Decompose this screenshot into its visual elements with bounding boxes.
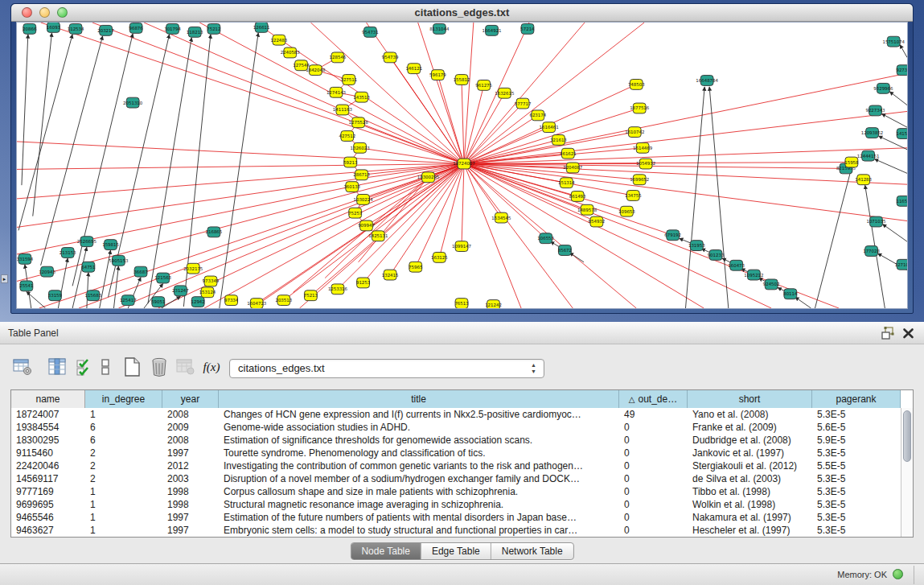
graph-edge[interactable] xyxy=(685,87,704,308)
graph-node[interactable]: 177028 xyxy=(863,246,880,257)
graph-node[interactable]: 36687 xyxy=(133,266,147,277)
graph-node[interactable]: 121563 xyxy=(154,273,171,283)
graph-node[interactable]: 155812 xyxy=(454,75,470,85)
graph-node[interactable]: 954731 xyxy=(362,27,379,37)
graph-node[interactable]: 1877516 xyxy=(630,103,650,113)
splitter-collapse-arrow[interactable]: ▸ xyxy=(1,274,8,283)
function-builder-button[interactable]: f(x) xyxy=(199,354,224,380)
column-header-in_degree[interactable]: in_degree xyxy=(85,390,162,408)
table-row[interactable]: 946362711997Embryonic stem cells: a mode… xyxy=(11,524,901,537)
graph-node[interactable]: 128546 xyxy=(330,52,347,63)
graph-edge[interactable] xyxy=(72,34,133,286)
window-titlebar[interactable]: citations_edges.txt xyxy=(11,4,913,22)
table-vertical-scrollbar[interactable] xyxy=(901,408,913,537)
graph-node[interactable]: 679192 xyxy=(664,230,681,241)
graph-node[interactable]: 120943 xyxy=(39,266,55,277)
graph-node[interactable]: 2032175 xyxy=(183,263,203,274)
graph-node[interactable]: 861493 xyxy=(569,192,586,202)
network-view-window[interactable]: citations_edges.txt 20866160931125342032… xyxy=(10,3,914,314)
graph-node[interactable]: 20866 xyxy=(23,23,37,34)
tab-node-table[interactable]: Node Table xyxy=(351,543,421,559)
graph-edge[interactable] xyxy=(39,164,464,308)
table-row[interactable]: 1830029562008Estimation of significance … xyxy=(11,434,901,447)
graph-node[interactable]: 115683 xyxy=(84,290,101,301)
graph-node[interactable]: 286713 xyxy=(353,170,370,180)
column-header-year[interactable]: year xyxy=(162,390,219,408)
graph-node[interactable]: 1099147 xyxy=(452,241,471,252)
graph-node[interactable]: 973349 xyxy=(203,276,220,286)
graph-node[interactable]: 2051310 xyxy=(123,97,143,108)
minimize-window-button[interactable] xyxy=(39,7,50,18)
graph-node[interactable]: 909947 xyxy=(358,220,375,231)
graph-node[interactable]: 596179 xyxy=(429,70,446,80)
graph-node[interactable]: 15958 xyxy=(844,157,859,167)
graph-edge[interactable] xyxy=(118,164,464,308)
graph-node[interactable]: 76513 xyxy=(454,299,468,308)
table-row[interactable]: 911546021997Tourette syndrome. Phenomeno… xyxy=(11,447,901,459)
graph-edge[interactable] xyxy=(882,224,907,241)
unselect-all-columns-button[interactable] xyxy=(93,354,117,380)
graph-edge[interactable] xyxy=(437,75,464,163)
graph-node[interactable]: 33159 xyxy=(48,290,63,301)
graph-node[interactable]: 203513 xyxy=(275,295,292,306)
graph-node[interactable]: 163125 xyxy=(431,252,448,262)
graph-node[interactable]: 1514469 xyxy=(633,142,653,153)
graph-edge[interactable] xyxy=(27,291,46,308)
graph-node[interactable]: 131953 xyxy=(688,241,705,251)
graph-node[interactable]: 1616461 xyxy=(540,122,559,133)
network-graph[interactable]: 2086616093112534203217968763017941182137… xyxy=(17,23,907,308)
table-selector-dropdown[interactable]: citations_edges.txt ▲▼ xyxy=(229,359,544,378)
graph-edge[interactable] xyxy=(390,57,464,163)
graph-node[interactable]: 125417 xyxy=(120,295,137,306)
graph-node[interactable]: 118213 xyxy=(187,27,203,37)
graph-node[interactable]: 75212 xyxy=(207,23,220,34)
graph-node[interactable]: 1534545 xyxy=(491,212,511,223)
graph-edge[interactable] xyxy=(889,92,907,105)
graph-node[interactable]: 153124 xyxy=(199,287,216,298)
graph-node[interactable]: 91253 xyxy=(356,278,370,288)
graph-node[interactable]: 360133 xyxy=(343,182,360,192)
graph-node[interactable]: 143513 xyxy=(353,92,370,102)
close-panel-icon[interactable] xyxy=(902,327,914,340)
graph-node[interactable]: 85672 xyxy=(558,245,572,256)
graph-node[interactable]: 1253316 xyxy=(328,284,348,295)
graph-edge[interactable] xyxy=(900,45,907,58)
graph-edge[interactable] xyxy=(144,23,464,164)
graph-node[interactable]: 301794 xyxy=(164,23,181,34)
graph-node[interactable]: 203217 xyxy=(97,25,114,35)
graph-node[interactable]: 1274143 xyxy=(326,87,346,97)
graph-node[interactable]: 213153 xyxy=(60,248,76,258)
graph-edge[interactable] xyxy=(17,164,464,170)
table-row[interactable]: 946554611997Estimation of the future num… xyxy=(11,511,901,524)
graph-node[interactable]: 1489578 xyxy=(577,204,598,215)
graph-node[interactable]: 2204087 xyxy=(563,163,582,173)
graph-edge[interactable] xyxy=(359,122,464,163)
graph-node[interactable]: 216865 xyxy=(206,227,223,237)
graph-edge[interactable] xyxy=(464,164,546,239)
graph-node[interactable]: 1326023 xyxy=(351,142,370,153)
graph-node[interactable]: 25541 xyxy=(19,281,33,291)
graph-edge[interactable] xyxy=(462,164,464,247)
table-settings-button[interactable] xyxy=(10,354,35,380)
graph-node[interactable]: 132415 xyxy=(382,270,399,280)
graph-edge[interactable] xyxy=(33,33,52,216)
graph-node[interactable]: 1699652 xyxy=(630,175,649,185)
graph-node[interactable]: 112534 xyxy=(68,23,84,34)
zoom-window-button[interactable] xyxy=(57,7,68,18)
graph-node[interactable]: 134755 xyxy=(625,191,642,201)
show-columns-button[interactable] xyxy=(45,354,69,380)
graph-node[interactable]: 57214 xyxy=(520,23,535,34)
graph-node[interactable]: 80114 xyxy=(783,289,798,299)
column-header-out_de[interactable]: △out_de… xyxy=(619,390,688,408)
graph-node[interactable]: 97334 xyxy=(224,295,239,306)
graph-node[interactable]: 92734 xyxy=(896,65,907,76)
graph-node[interactable]: 2240583 xyxy=(281,47,300,58)
graph-node[interactable]: 141283 xyxy=(855,175,872,185)
graph-edge[interactable] xyxy=(22,35,28,185)
graph-node[interactable]: 331594 xyxy=(17,253,34,264)
graph-edge[interactable] xyxy=(464,164,771,308)
graph-node[interactable]: 109653 xyxy=(618,206,635,216)
graph-node[interactable]: 146121 xyxy=(405,64,422,74)
graph-edge[interactable] xyxy=(464,164,839,308)
graph-edge[interactable] xyxy=(464,164,633,196)
